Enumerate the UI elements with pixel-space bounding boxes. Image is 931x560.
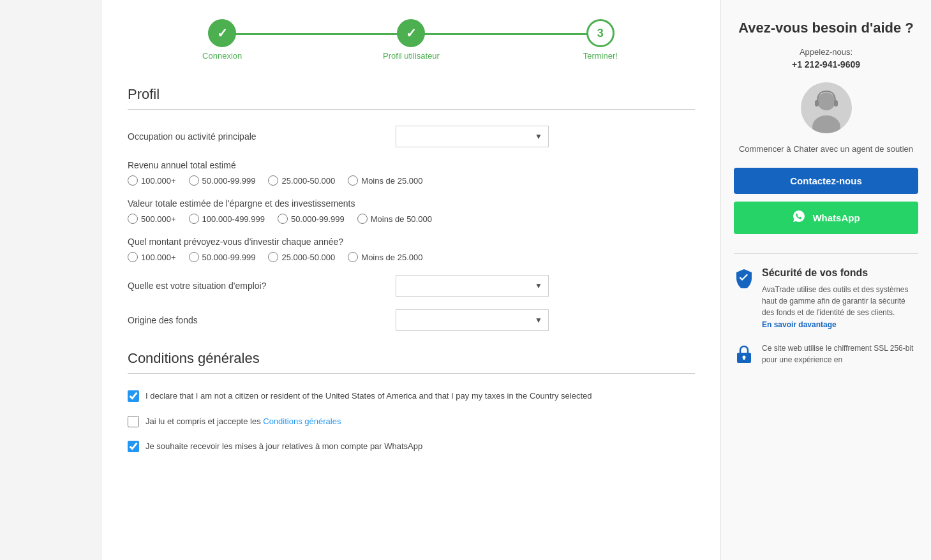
security-funds-content: Sécurité de vos fonds AvaTrade utilise d… <box>762 267 918 330</box>
invest-options: 100.000+ 50.000-99.999 25.000-50.000 Moi… <box>128 252 695 262</box>
contact-button[interactable]: Contactez-nous <box>734 168 918 194</box>
conditions-title: Conditions générales <box>128 350 695 367</box>
step-connexion-label: Connexion <box>202 51 242 61</box>
employment-select[interactable] <box>396 275 549 297</box>
income-label-50k: 50.000-99.999 <box>202 176 256 186</box>
income-radio-25k[interactable] <box>268 175 278 186</box>
conditions-link[interactable]: Conditions générales <box>263 416 341 426</box>
lock-icon <box>734 344 754 364</box>
security-funds-title: Sécurité de vos fonds <box>762 267 918 280</box>
invest-radio-less25k[interactable] <box>348 252 358 262</box>
invest-option-100k[interactable]: 100.000+ <box>128 252 176 262</box>
occupation-label: Occupation ou activité principale <box>128 131 396 142</box>
invest-option-less25k[interactable]: Moins de 25.000 <box>348 252 422 262</box>
savings-group: Valeur totale estimée de l'épargne et de… <box>128 198 695 224</box>
conditions-divider <box>128 373 695 374</box>
whatsapp-label: WhatsApp <box>812 212 860 223</box>
security-ssl-text: Ce site web utilise le chiffrement SSL 2… <box>762 343 918 365</box>
security-funds-item: Sécurité de vos fonds AvaTrade utilise d… <box>734 267 918 330</box>
income-radio-100k[interactable] <box>128 175 138 186</box>
income-option-25k[interactable]: 25.000-50.000 <box>268 175 335 186</box>
right-sidebar: Avez-vous besoin d'aide ? Appelez-nous: … <box>720 0 931 560</box>
income-option-less25k[interactable]: Moins de 25.000 <box>348 175 422 186</box>
shield-icon <box>734 268 754 288</box>
employment-select-wrapper: ▼ <box>396 275 549 297</box>
whatsapp-button[interactable]: WhatsApp <box>734 202 918 234</box>
savings-option-100k[interactable]: 100.000-499.999 <box>189 214 265 224</box>
savings-radio-less50k[interactable] <box>357 214 368 224</box>
employment-row: Quelle est votre situation d'emploi? ▼ <box>128 275 695 297</box>
employment-label: Quelle est votre situation d'emploi? <box>128 281 396 291</box>
security-ssl-content: Ce site web utilise le chiffrement SSL 2… <box>762 343 918 365</box>
invest-label-less25k: Moins de 25.000 <box>361 253 422 262</box>
step-terminer-circle: 3 <box>586 19 614 47</box>
invest-label: Quel montant prévoyez-vous d'investir ch… <box>128 237 695 247</box>
checkbox3-text: Je souhaite recevoir les mises à jour re… <box>145 440 422 453</box>
left-sidebar <box>0 0 102 560</box>
security-funds-text: AvaTrade utilise des outils et des systè… <box>762 284 918 318</box>
chat-description: Commencer à Chater avec un agent de sout… <box>734 143 918 156</box>
invest-radio-25k[interactable] <box>268 252 278 262</box>
checkbox2-text-before: Jai lu et compris et jaccepte les <box>145 416 263 426</box>
svg-rect-3 <box>815 100 819 107</box>
step-connexion: ✓ Connexion <box>128 19 317 61</box>
invest-label-50k: 50.000-99.999 <box>202 253 256 262</box>
main-content: ✓ Connexion ✓ Profil utilisateur 3 Termi… <box>102 0 720 560</box>
invest-radio-50k[interactable] <box>189 252 199 262</box>
step-profil: ✓ Profil utilisateur <box>317 19 505 61</box>
savings-option-50k[interactable]: 50.000-99.999 <box>278 214 345 224</box>
invest-label-100k: 100.000+ <box>141 253 176 262</box>
checkbox1-input[interactable] <box>128 390 139 402</box>
funds-select[interactable] <box>396 309 549 331</box>
step-profil-check: ✓ <box>406 26 417 41</box>
savings-label-less50k: Moins de 50.000 <box>371 214 432 224</box>
invest-group: Quel montant prévoyez-vous d'investir ch… <box>128 237 695 262</box>
savings-radio-50k[interactable] <box>278 214 288 224</box>
checkbox2-item: Jai lu et compris et jaccepte les Condit… <box>128 415 695 428</box>
checkbox3-input[interactable] <box>128 441 139 452</box>
checkbox2-text: Jai lu et compris et jaccepte les Condit… <box>145 415 341 428</box>
income-radio-50k[interactable] <box>189 175 199 186</box>
savings-radio-100k[interactable] <box>189 214 199 224</box>
invest-option-25k[interactable]: 25.000-50.000 <box>268 252 335 262</box>
annual-income-label: Revenu annuel total estimé <box>128 160 695 170</box>
checkbox3-item: Je souhaite recevoir les mises à jour re… <box>128 440 695 453</box>
profile-title: Profil <box>128 86 695 103</box>
step-profil-circle: ✓ <box>397 19 425 47</box>
step-connexion-check: ✓ <box>217 26 228 41</box>
help-title: Avez-vous besoin d'aide ? <box>734 19 918 38</box>
agent-avatar-image <box>801 82 852 133</box>
svg-point-1 <box>817 92 835 110</box>
funds-select-wrapper: ▼ <box>396 309 549 331</box>
savings-radio-500k[interactable] <box>128 214 138 224</box>
savings-label-50k: 50.000-99.999 <box>291 214 345 224</box>
step-terminer: 3 Terminer! <box>506 19 695 61</box>
annual-income-options: 100.000+ 50.000-99.999 25.000-50.000 Moi… <box>128 175 695 186</box>
help-phone-number: +1 212-941-9609 <box>734 59 918 70</box>
invest-radio-100k[interactable] <box>128 252 138 262</box>
step-terminer-number: 3 <box>597 27 604 40</box>
invest-option-50k[interactable]: 50.000-99.999 <box>189 252 256 262</box>
checkbox1-text: I declare that I am not a citizen or res… <box>145 390 592 402</box>
occupation-row: Occupation ou activité principale ▼ <box>128 126 695 147</box>
profile-divider <box>128 109 695 110</box>
savings-option-500k[interactable]: 500.000+ <box>128 214 176 224</box>
security-section: Sécurité de vos fonds AvaTrade utilise d… <box>734 253 918 365</box>
svg-rect-7 <box>743 357 745 360</box>
income-option-100k[interactable]: 100.000+ <box>128 175 176 186</box>
income-option-50k[interactable]: 50.000-99.999 <box>189 175 256 186</box>
income-radio-less25k[interactable] <box>348 175 358 186</box>
savings-label-500k: 500.000+ <box>141 214 176 224</box>
income-label-100k: 100.000+ <box>141 176 176 186</box>
savings-options: 500.000+ 100.000-499.999 50.000-99.999 M… <box>128 214 695 224</box>
security-funds-link[interactable]: En savoir davantage <box>762 320 837 329</box>
svg-rect-4 <box>834 100 838 107</box>
agent-avatar <box>801 82 852 133</box>
checkbox2-input[interactable] <box>128 416 139 427</box>
help-phone-label: Appelez-nous: <box>734 47 918 57</box>
savings-label: Valeur totale estimée de l'épargne et de… <box>128 198 695 209</box>
savings-option-less50k[interactable]: Moins de 50.000 <box>357 214 432 224</box>
invest-label-25k: 25.000-50.000 <box>281 253 335 262</box>
occupation-select[interactable] <box>396 126 549 147</box>
annual-income-group: Revenu annuel total estimé 100.000+ 50.0… <box>128 160 695 186</box>
